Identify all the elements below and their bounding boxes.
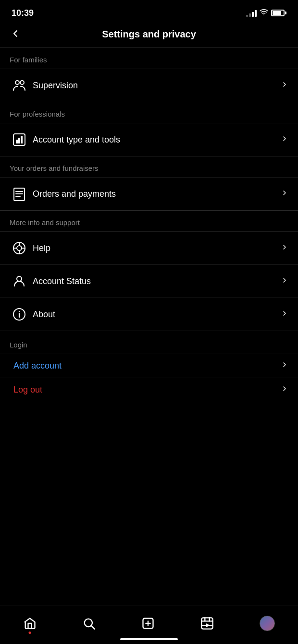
info-icon <box>10 305 29 324</box>
menu-item-help[interactable]: Help <box>0 231 298 264</box>
svg-point-1 <box>15 81 19 84</box>
menu-item-about[interactable]: About <box>0 298 298 331</box>
add-account-chevron <box>281 361 288 371</box>
status-icons <box>246 8 286 18</box>
help-icon <box>10 239 29 258</box>
nav-profile[interactable] <box>260 616 275 631</box>
orders-payments-chevron <box>281 189 288 199</box>
svg-rect-5 <box>18 138 20 143</box>
person-icon <box>10 272 29 291</box>
help-chevron <box>281 243 288 253</box>
menu-item-logout[interactable]: Log out <box>0 378 298 402</box>
menu-item-account-status[interactable]: Account Status <box>0 264 298 298</box>
nav-search[interactable] <box>82 617 96 630</box>
menu-item-account-type[interactable]: Account type and tools <box>0 123 298 156</box>
account-status-label: Account Status <box>33 276 281 286</box>
wifi-icon <box>260 8 268 18</box>
battery-icon <box>271 10 286 16</box>
nav-add[interactable] <box>141 617 155 630</box>
content: For families Supervision For professiona… <box>0 48 298 445</box>
status-bar: 10:39 <box>0 0 298 24</box>
signal-icon <box>246 9 257 17</box>
home-indicator <box>120 638 178 640</box>
section-professionals: For professionals Account type and tools <box>0 102 298 156</box>
svg-rect-26 <box>201 618 212 629</box>
supervision-chevron <box>281 81 288 91</box>
svg-marker-31 <box>206 623 210 627</box>
svg-point-17 <box>17 276 22 281</box>
section-label-login: Login <box>0 331 298 354</box>
avatar <box>260 616 275 631</box>
help-label: Help <box>33 243 281 253</box>
section-label-support: More info and support <box>0 211 298 231</box>
menu-item-supervision[interactable]: Supervision <box>0 69 298 102</box>
svg-rect-4 <box>16 140 18 143</box>
page-title: Settings and privacy <box>102 29 196 40</box>
svg-point-0 <box>263 14 264 15</box>
svg-point-12 <box>17 246 22 250</box>
back-button[interactable] <box>10 28 21 41</box>
account-type-chevron <box>281 135 288 145</box>
logout-label: Log out <box>13 385 281 395</box>
svg-point-20 <box>19 311 20 312</box>
section-support: More info and support Help <box>0 211 298 331</box>
section-login: Login Add account Log out <box>0 331 298 402</box>
account-type-label: Account type and tools <box>33 135 281 145</box>
chart-icon <box>10 130 29 149</box>
home-dot <box>28 632 31 634</box>
header: Settings and privacy <box>0 24 298 48</box>
supervision-icon <box>10 76 29 95</box>
orders-payments-label: Orders and payments <box>33 189 281 199</box>
menu-item-add-account[interactable]: Add account <box>0 354 298 378</box>
logout-chevron <box>281 385 288 395</box>
section-label-orders: Your orders and fundraisers <box>0 156 298 177</box>
orders-icon <box>10 184 29 203</box>
section-orders: Your orders and fundraisers Orders and p… <box>0 156 298 210</box>
svg-rect-6 <box>21 136 23 143</box>
status-time: 10:39 <box>12 8 34 18</box>
menu-item-orders-payments[interactable]: Orders and payments <box>0 177 298 210</box>
section-label-families: For families <box>0 48 298 69</box>
svg-point-2 <box>20 81 24 84</box>
nav-home[interactable] <box>23 617 37 630</box>
svg-line-22 <box>91 626 94 629</box>
add-account-label: Add account <box>13 361 281 371</box>
about-label: About <box>33 310 281 320</box>
account-status-chevron <box>281 276 288 286</box>
about-chevron <box>281 310 288 320</box>
supervision-label: Supervision <box>33 81 281 91</box>
section-label-professionals: For professionals <box>0 102 298 123</box>
nav-reels[interactable] <box>200 617 214 630</box>
section-families: For families Supervision <box>0 48 298 102</box>
